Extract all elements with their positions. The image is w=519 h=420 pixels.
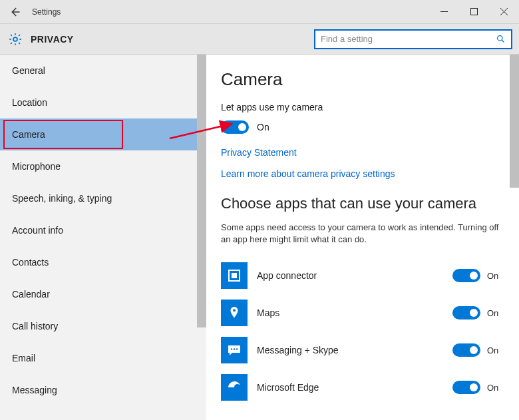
app-name-label: Maps [257,308,452,318]
minimize-button[interactable] [429,0,459,24]
svg-point-12 [236,349,238,350]
svg-point-10 [231,349,232,350]
app-toggle[interactable] [452,381,480,394]
app-toggle-state: On [487,345,504,355]
back-button[interactable] [0,0,29,24]
sidebar-item-speech[interactable]: Speech, inking, & typing [0,182,206,214]
app-name-label: Messaging + Skype [257,345,452,355]
sidebar-item-label: Camera [12,129,45,140]
svg-rect-8 [232,273,237,278]
close-icon [500,8,508,15]
svg-rect-1 [471,9,478,15]
apps-section-description: Some apps need access to your camera to … [221,222,504,246]
sidebar-item-call-history[interactable]: Call history [0,310,206,342]
app-toggle[interactable] [452,306,480,319]
header: PRIVACY [0,24,519,55]
svg-line-6 [502,40,504,42]
minimize-icon [440,8,448,15]
sidebar-item-camera[interactable]: Camera [0,118,206,150]
sidebar-item-label: Account info [12,225,63,236]
master-toggle[interactable] [221,120,249,134]
sidebar-item-label: Speech, inking, & typing [12,193,112,204]
app-toggle[interactable] [452,269,480,282]
edge-icon [221,374,248,401]
sidebar-item-label: Messaging [12,385,57,395]
search-icon [496,34,506,44]
app-connector-icon [221,262,248,289]
sidebar-item-label: Contacts [12,257,49,268]
messaging-icon [221,337,248,363]
sidebar-item-account-info[interactable]: Account info [0,214,206,246]
svg-point-5 [498,36,503,41]
gear-icon [8,32,23,47]
window-title: Settings [32,7,61,17]
learn-more-link[interactable]: Learn more about camera privacy settings [221,168,504,179]
page-title: Camera [221,69,504,90]
sidebar-item-microphone[interactable]: Microphone [0,150,206,182]
app-toggle-state: On [487,308,504,318]
apps-section-heading: Choose apps that can use your camera [221,195,504,212]
master-toggle-state: On [257,122,269,132]
sidebar-item-label: Microphone [12,161,61,172]
app-row: Microsoft Edge On [221,371,504,404]
svg-point-9 [233,310,236,312]
sidebar-item-label: Location [12,97,47,108]
sidebar-item-email[interactable]: Email [0,342,206,374]
app-toggle-state: On [487,271,504,281]
app-toggle-state: On [487,383,504,393]
app-row: Maps On [221,296,504,329]
master-toggle-row: On [221,120,504,134]
sidebar-item-label: General [12,65,45,76]
svg-point-11 [234,349,235,350]
sidebar-item-general[interactable]: General [0,55,206,87]
search-input[interactable] [321,34,496,44]
privacy-statement-link[interactable]: Privacy Statement [221,147,504,158]
sidebar-item-messaging[interactable]: Messaging [0,374,206,406]
app-toggle[interactable] [452,343,480,357]
content: Camera Let apps use my camera On Privacy… [206,55,519,420]
sidebar-item-contacts[interactable]: Contacts [0,246,206,278]
close-button[interactable] [489,0,519,24]
app-name-label: App connector [257,270,452,281]
app-name-label: Microsoft Edge [257,382,452,393]
app-row: Messaging + Skype On [221,333,504,367]
sidebar: General Location Camera Microphone Speec… [0,55,206,420]
main: General Location Camera Microphone Speec… [0,55,519,420]
maps-icon [221,300,248,326]
back-arrow-icon [9,6,21,18]
sidebar-item-label: Call history [12,321,58,331]
maximize-icon [470,8,478,15]
svg-point-4 [13,37,17,41]
master-toggle-label: Let apps use my camera [221,102,504,112]
content-scrollbar[interactable] [510,55,519,188]
sidebar-item-label: Email [12,353,35,363]
sidebar-item-location[interactable]: Location [0,87,206,118]
search-box[interactable] [314,29,512,49]
header-title: PRIVACY [31,34,74,45]
window-controls [429,0,519,24]
titlebar: Settings [0,0,519,24]
sidebar-item-calendar[interactable]: Calendar [0,278,206,310]
sidebar-scrollbar[interactable] [197,55,206,327]
maximize-button[interactable] [459,0,489,24]
sidebar-item-label: Calendar [12,289,50,300]
app-row: App connector On [221,259,504,292]
